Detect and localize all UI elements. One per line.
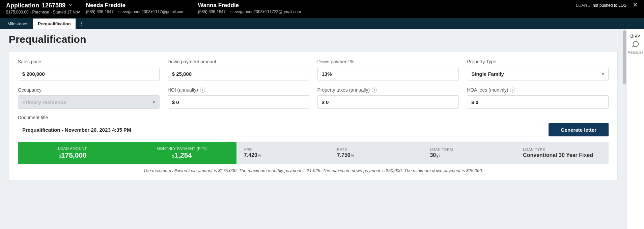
- messages-label: Messages: [628, 51, 643, 54]
- document-title-label: Document title: [18, 115, 543, 120]
- down-payment-amount-input[interactable]: [168, 67, 309, 80]
- rate-cell: RATE 7.750%: [330, 142, 423, 164]
- occupancy-label: Occupancy: [18, 87, 160, 93]
- property-type-select[interactable]: Single Family ▾: [467, 67, 609, 80]
- tab-prequalification[interactable]: Prequalification: [33, 19, 76, 29]
- down-payment-pct-label: Down payment %: [317, 59, 459, 64]
- sales-price-label: Sales price: [18, 59, 160, 64]
- document-title-input[interactable]: [18, 123, 543, 136]
- tab-milestones[interactable]: Milestones: [3, 19, 33, 29]
- term-label: LOAN TERM: [430, 148, 515, 152]
- info-icon[interactable]: i: [200, 88, 205, 93]
- occupancy-value: Primary residence: [22, 99, 66, 105]
- property-type-value: Single Family: [471, 71, 504, 77]
- type-cell: LOAN TYPE Conventional 30 Year Fixed: [515, 142, 609, 164]
- page-title: Prequalification: [9, 34, 618, 45]
- occupancy-select: Primary residence ▾: [18, 95, 160, 109]
- info-icon[interactable]: i: [372, 88, 377, 93]
- type-value: Conventional 30 Year Fixed: [523, 152, 593, 158]
- hoa-label: HOA fees (monthly): [467, 87, 508, 93]
- term-value: 30: [430, 152, 436, 158]
- loan-amount-value: 175,000: [61, 151, 87, 159]
- scrollbar-track[interactable]: [623, 30, 626, 228]
- scrollbar-thumb[interactable]: [623, 30, 626, 84]
- loan-number-block: LOAN #: not pushed to LOS: [576, 3, 626, 8]
- loan-amount-cell: LOAN AMOUNT $175,000: [18, 142, 127, 164]
- monthly-payment-cell: MONTHLY PAYMENT (PITI) $1,254: [127, 142, 236, 164]
- hoa-input[interactable]: [467, 95, 609, 109]
- more-tabs-icon[interactable]: ⋮: [76, 21, 87, 26]
- limits-note: The maximum allowed loan amount is $175,…: [18, 168, 609, 173]
- term-cell: LOAN TERM 30yr: [422, 142, 515, 164]
- close-icon[interactable]: [633, 2, 638, 8]
- application-label: Application: [6, 2, 39, 9]
- type-label: LOAN TYPE: [523, 148, 609, 152]
- tab-bar: Milestones Prequalification ⋮: [0, 18, 644, 29]
- app-header: Application 1267589 $175,000.00 - Purcha…: [0, 0, 644, 18]
- chevron-down-icon[interactable]: [68, 2, 73, 9]
- down-payment-pct-input[interactable]: [317, 67, 459, 80]
- application-subtitle: $175,000.00 - Purchase - Started 17 Nov: [6, 10, 80, 14]
- hoi-label: HOI (annually): [168, 87, 198, 93]
- monthly-payment-label: MONTHLY PAYMENT (PITI): [157, 146, 207, 151]
- loan-number-label: LOAN #:: [576, 3, 592, 8]
- coborrower-email[interactable]: stevegannon2003+111723@gmail.com: [230, 9, 301, 14]
- primary-borrower: Needa Freddie (585) 336-1547 stevegannon…: [86, 2, 185, 14]
- apr-value: 7.420: [244, 152, 257, 158]
- taxes-label: Property taxes (annually): [317, 87, 370, 93]
- coborrower: Wanna Freddie (585) 336-1547 stevegannon…: [198, 2, 301, 14]
- prequal-card: Sales price Down payment amount Down pay…: [9, 51, 618, 180]
- coborrower-phone[interactable]: (585) 336-1547: [198, 9, 226, 14]
- loan-summary: LOAN AMOUNT $175,000 MONTHLY PAYMENT (PI…: [18, 142, 609, 164]
- generate-letter-button[interactable]: Generate letter: [549, 123, 609, 136]
- chevron-down-icon: ▾: [602, 71, 604, 76]
- borrower-email[interactable]: stevegannon2003+1117@gmail.com: [118, 9, 185, 14]
- borrower-phone[interactable]: (585) 336-1547: [86, 9, 114, 14]
- hoi-input[interactable]: [168, 95, 309, 109]
- rate-value: 7.750: [337, 152, 351, 158]
- chevron-down-icon: ▾: [153, 100, 155, 105]
- sales-price-input[interactable]: [18, 67, 160, 80]
- loan-number-value: not pushed to LOS: [593, 3, 626, 8]
- monthly-payment-value: 1,254: [174, 151, 192, 159]
- coborrower-name: Wanna Freddie: [198, 2, 301, 9]
- application-number: 1267589: [42, 2, 65, 9]
- apr-cell: APR 7.420%: [236, 142, 330, 164]
- rate-label: RATE: [337, 148, 423, 152]
- down-payment-amount-label: Down payment amount: [168, 59, 309, 64]
- info-icon[interactable]: i: [510, 88, 515, 93]
- property-type-label: Property Type: [467, 59, 609, 64]
- apr-label: APR: [244, 148, 330, 152]
- loan-amount-label: LOAN AMOUNT: [58, 146, 87, 151]
- taxes-input[interactable]: [317, 95, 459, 109]
- application-block[interactable]: Application 1267589 $175,000.00 - Purcha…: [6, 2, 80, 14]
- messages-icon[interactable]: [632, 40, 639, 49]
- borrower-name: Needa Freddie: [86, 2, 185, 9]
